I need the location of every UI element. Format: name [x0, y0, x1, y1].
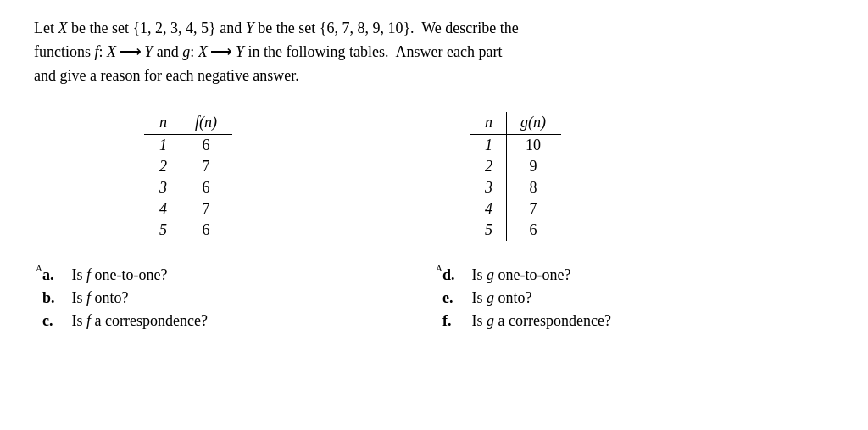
table-g-fn-4: 7 — [507, 198, 562, 220]
table-g-block: n g(n) 1 10 2 9 3 8 — [470, 112, 561, 241]
table-row: 4 7 — [470, 198, 561, 220]
table-row: 3 8 — [470, 177, 561, 198]
table-g-n-2: 2 — [470, 156, 507, 177]
table-f-fn-4: 7 — [181, 198, 233, 220]
table-f-n-2: 2 — [144, 156, 181, 177]
question-e-text: Is g onto? — [472, 289, 532, 307]
tables-container: n f(n) 1 6 2 7 3 6 — [34, 112, 834, 241]
question-b-bold-label: b. — [42, 289, 55, 306]
table-f-fn-1: 6 — [181, 134, 233, 156]
table-row: 2 7 — [144, 156, 232, 177]
table-g-n-1: 1 — [470, 134, 507, 156]
table-f-n-4: 4 — [144, 198, 181, 220]
table-g-fn-5: 6 — [507, 220, 562, 241]
intro-paragraph: Let X be the set {1, 2, 3, 4, 5} and Y b… — [34, 17, 834, 88]
table-row: 5 6 — [144, 220, 232, 241]
question-b-label: b. — [42, 289, 68, 307]
table-row: 2 9 — [470, 156, 561, 177]
intro-text: Let X be the set {1, 2, 3, 4, 5} and Y b… — [34, 17, 834, 88]
table-f-col-n-header: n — [144, 112, 181, 135]
question-c-label: c. — [42, 312, 68, 330]
table-f-fn-5: 6 — [181, 220, 233, 241]
questions-left: A a. Is f one-to-one? b. Is f onto? c. I… — [34, 266, 434, 330]
question-d: A d. Is g one-to-one? — [442, 266, 834, 284]
table-f-n-3: 3 — [144, 177, 181, 198]
question-c-text: Is f a correspondence? — [72, 312, 208, 330]
table-row: 1 6 — [144, 134, 232, 156]
table-row: 1 10 — [470, 134, 561, 156]
question-d-label: A d. — [442, 266, 468, 284]
question-b: b. Is f onto? — [42, 289, 434, 307]
question-f: f. Is g a correspondence? — [442, 312, 834, 330]
question-a: A a. Is f one-to-one? — [42, 266, 434, 284]
question-a-label: A a. — [42, 266, 68, 284]
question-e: e. Is g onto? — [442, 289, 834, 307]
main-content: Let X be the set {1, 2, 3, 4, 5} and Y b… — [34, 17, 834, 330]
question-a-text: Is f one-to-one? — [72, 266, 168, 284]
table-g: n g(n) 1 10 2 9 3 8 — [470, 112, 561, 241]
superscript-a-left: A — [36, 263, 42, 273]
question-b-text: Is f onto? — [72, 289, 129, 307]
table-g-n-3: 3 — [470, 177, 507, 198]
table-row: 4 7 — [144, 198, 232, 220]
question-a-bold-label: a. — [42, 266, 54, 283]
questions-container: A a. Is f one-to-one? b. Is f onto? c. I… — [34, 266, 834, 330]
table-g-n-4: 4 — [470, 198, 507, 220]
question-f-text: Is g a correspondence? — [472, 312, 611, 330]
question-d-text: Is g one-to-one? — [472, 266, 571, 284]
table-g-fn-3: 8 — [507, 177, 562, 198]
superscript-a-right: A — [436, 263, 442, 273]
table-f-n-5: 5 — [144, 220, 181, 241]
table-f-col-fn-header: f(n) — [181, 112, 233, 135]
table-g-n-5: 5 — [470, 220, 507, 241]
table-g-col-fn-header: g(n) — [507, 112, 562, 135]
question-f-label: f. — [442, 312, 468, 330]
question-d-bold-label: d. — [442, 266, 455, 283]
question-c-bold-label: c. — [42, 312, 53, 329]
question-e-label: e. — [442, 289, 468, 307]
question-c: c. Is f a correspondence? — [42, 312, 434, 330]
table-row: 3 6 — [144, 177, 232, 198]
table-g-fn-2: 9 — [507, 156, 562, 177]
table-f-n-1: 1 — [144, 134, 181, 156]
table-f-fn-2: 7 — [181, 156, 233, 177]
questions-right: A d. Is g one-to-one? e. Is g onto? f. I… — [434, 266, 834, 330]
table-g-col-n-header: n — [470, 112, 507, 135]
table-f: n f(n) 1 6 2 7 3 6 — [144, 112, 232, 241]
table-f-block: n f(n) 1 6 2 7 3 6 — [144, 112, 232, 241]
question-f-bold-label: f. — [442, 312, 452, 329]
table-g-fn-1: 10 — [507, 134, 562, 156]
table-row: 5 6 — [470, 220, 561, 241]
question-e-bold-label: e. — [442, 289, 453, 306]
table-f-fn-3: 6 — [181, 177, 233, 198]
